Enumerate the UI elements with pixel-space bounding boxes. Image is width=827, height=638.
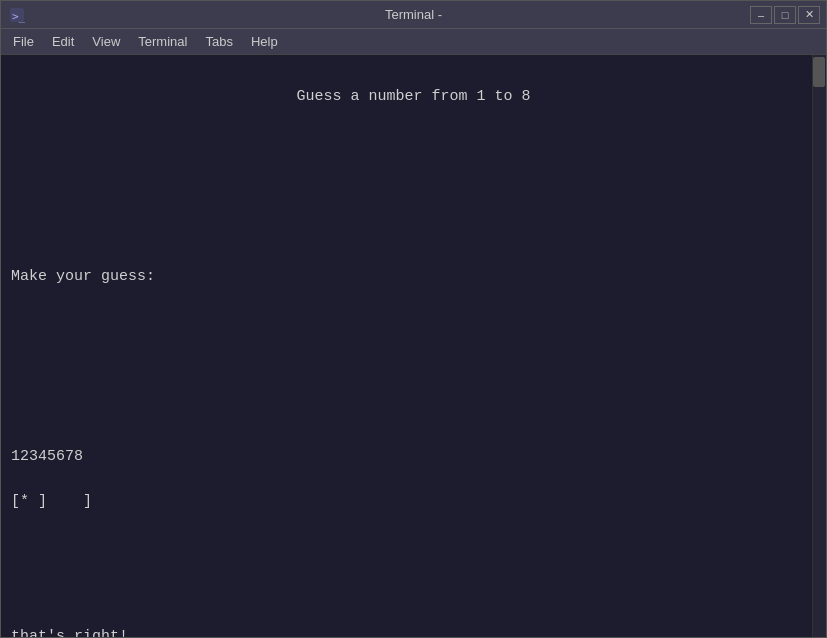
terminal-line-9: 12345678 <box>11 446 816 469</box>
terminal-output: Guess a number from 1 to 8 Make your gue… <box>11 63 816 637</box>
menu-view[interactable]: View <box>84 32 128 51</box>
window-controls: – □ ✕ <box>750 6 820 24</box>
terminal-window: >_ Terminal - – □ ✕ File Edit View Termi… <box>0 0 827 638</box>
svg-text:>_: >_ <box>12 10 25 23</box>
scrollbar-thumb[interactable] <box>813 57 825 87</box>
terminal-line-8 <box>11 401 816 424</box>
menu-edit[interactable]: Edit <box>44 32 82 51</box>
menu-help[interactable]: Help <box>243 32 286 51</box>
maximize-button[interactable]: □ <box>774 6 796 24</box>
menu-tabs[interactable]: Tabs <box>197 32 240 51</box>
terminal-line-1: Guess a number from 1 to 8 <box>11 86 816 109</box>
terminal-line-7 <box>11 356 816 379</box>
terminal-area[interactable]: Guess a number from 1 to 8 Make your gue… <box>1 55 826 637</box>
terminal-line-4 <box>11 221 816 244</box>
terminal-line-13: that's right! <box>11 626 816 638</box>
window-title: Terminal - <box>385 7 442 22</box>
menu-file[interactable]: File <box>5 32 42 51</box>
scrollbar[interactable] <box>812 55 826 637</box>
terminal-line-11 <box>11 536 816 559</box>
menubar: File Edit View Terminal Tabs Help <box>1 29 826 55</box>
terminal-line-10: [* ] ] <box>11 491 816 514</box>
minimize-button[interactable]: – <box>750 6 772 24</box>
terminal-line-2 <box>11 131 816 154</box>
terminal-line-6 <box>11 311 816 334</box>
terminal-line-3 <box>11 176 816 199</box>
terminal-line-12 <box>11 581 816 604</box>
app-icon: >_ <box>7 5 27 25</box>
titlebar: >_ Terminal - – □ ✕ <box>1 1 826 29</box>
terminal-line-5: Make your guess: <box>11 266 816 289</box>
close-button[interactable]: ✕ <box>798 6 820 24</box>
menu-terminal[interactable]: Terminal <box>130 32 195 51</box>
